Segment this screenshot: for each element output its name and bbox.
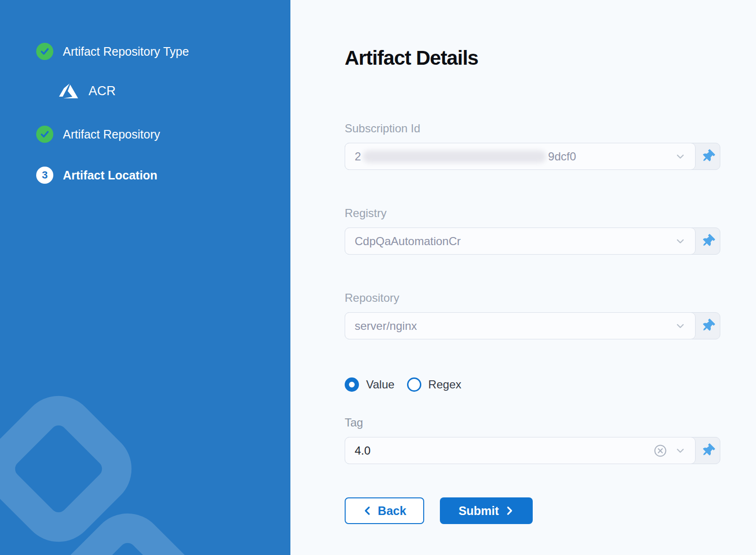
chevron-down-icon[interactable] bbox=[674, 320, 686, 332]
subscription-value-prefix: 2 bbox=[355, 150, 361, 163]
artifact-details-panel: Artifact Details Subscription Id 2 9dcf0 bbox=[290, 0, 756, 555]
step-number-badge: 3 bbox=[36, 167, 53, 184]
pushpin-icon bbox=[699, 148, 716, 165]
clear-tag-button[interactable] bbox=[653, 444, 667, 458]
repository-select[interactable]: server/nginx bbox=[345, 312, 696, 339]
azure-icon bbox=[59, 81, 78, 100]
selected-type-label: ACR bbox=[89, 84, 116, 99]
pushpin-icon bbox=[699, 317, 716, 334]
step-complete-check-icon bbox=[36, 126, 53, 143]
subscription-id-field-block: Subscription Id 2 9dcf0 bbox=[345, 122, 720, 170]
submit-button-label: Submit bbox=[458, 504, 499, 518]
tag-value: 4.0 bbox=[355, 444, 370, 457]
subscription-value-suffix: 9dcf0 bbox=[548, 150, 576, 163]
page-title: Artifact Details bbox=[345, 46, 720, 70]
pin-repository-button[interactable] bbox=[696, 313, 720, 339]
subscription-id-select[interactable]: 2 9dcf0 bbox=[345, 143, 696, 170]
pushpin-icon bbox=[699, 232, 716, 249]
chevron-down-icon[interactable] bbox=[674, 150, 686, 163]
subscription-id-label: Subscription Id bbox=[345, 122, 720, 135]
step-label: Artifact Repository bbox=[63, 128, 160, 141]
repository-value: server/nginx bbox=[355, 319, 417, 333]
step-label: Artifact Repository Type bbox=[63, 45, 189, 59]
pushpin-icon bbox=[699, 442, 716, 459]
chevron-down-icon[interactable] bbox=[674, 445, 686, 457]
x-circle-icon bbox=[653, 444, 667, 458]
back-button-label: Back bbox=[378, 504, 407, 518]
radio-regex[interactable] bbox=[407, 377, 421, 392]
registry-label: Registry bbox=[345, 207, 720, 220]
sidebar-step-artifact-repository[interactable]: Artifact Repository bbox=[36, 126, 290, 143]
wizard-actions: Back Submit bbox=[345, 497, 720, 524]
radio-regex-label: Regex bbox=[428, 378, 461, 391]
repository-field-block: Repository server/nginx bbox=[345, 291, 720, 339]
tag-field-block: Tag 4.0 bbox=[345, 416, 720, 464]
tag-input[interactable]: 4.0 bbox=[345, 437, 696, 464]
radio-value[interactable] bbox=[345, 377, 359, 392]
chevron-right-icon bbox=[505, 505, 514, 516]
watermark-logo-icon bbox=[0, 365, 290, 555]
selected-repository-type[interactable]: ACR bbox=[59, 78, 290, 104]
wizard-window: Artifact Repository Type ACR Artifact Re… bbox=[0, 0, 756, 555]
pin-tag-button[interactable] bbox=[696, 437, 720, 464]
wizard-sidebar: Artifact Repository Type ACR Artifact Re… bbox=[0, 0, 290, 555]
back-button[interactable]: Back bbox=[345, 497, 424, 524]
submit-button[interactable]: Submit bbox=[440, 497, 533, 524]
chevron-left-icon bbox=[363, 505, 372, 516]
pin-registry-button[interactable] bbox=[696, 228, 720, 254]
chevron-down-icon[interactable] bbox=[674, 235, 686, 248]
repository-label: Repository bbox=[345, 291, 720, 305]
registry-value: CdpQaAutomationCr bbox=[355, 235, 461, 248]
redacted-value bbox=[363, 150, 546, 163]
registry-field-block: Registry CdpQaAutomationCr bbox=[345, 207, 720, 255]
sidebar-step-artifact-repository-type[interactable]: Artifact Repository Type bbox=[36, 43, 290, 60]
sidebar-step-artifact-location[interactable]: 3 Artifact Location bbox=[36, 167, 290, 184]
pin-subscription-button[interactable] bbox=[696, 143, 720, 169]
step-label: Artifact Location bbox=[63, 168, 158, 182]
radio-value-label: Value bbox=[366, 378, 395, 391]
tag-label: Tag bbox=[345, 416, 720, 429]
registry-select[interactable]: CdpQaAutomationCr bbox=[345, 228, 696, 255]
step-complete-check-icon bbox=[36, 43, 53, 60]
tag-match-mode-group: Value Regex bbox=[345, 377, 720, 392]
